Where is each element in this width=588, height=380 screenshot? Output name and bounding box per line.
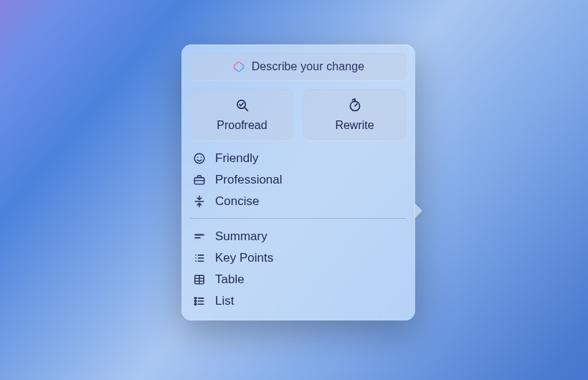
magnifier-check-icon	[234, 98, 250, 113]
tone-label: Professional	[215, 173, 283, 187]
svg-point-4	[194, 153, 204, 163]
describe-change-input[interactable]: Describe your change	[190, 53, 407, 80]
svg-line-3	[355, 104, 357, 106]
format-item-table[interactable]: Table	[190, 269, 407, 290]
format-list: Summary Key Points	[190, 226, 407, 312]
apple-intelligence-icon	[232, 60, 245, 73]
format-label: Key Points	[215, 251, 273, 265]
list-icon	[191, 293, 207, 309]
tone-list: Friendly Professional Concise	[190, 148, 407, 212]
proofread-button[interactable]: Proofread	[190, 89, 294, 141]
svg-point-14	[195, 260, 196, 262]
proofread-label: Proofread	[217, 119, 267, 132]
describe-change-placeholder: Describe your change	[252, 60, 365, 73]
rewrite-icon	[347, 98, 363, 113]
writing-tools-popover: Describe your change Proofread	[181, 44, 415, 320]
svg-line-1	[245, 108, 247, 110]
tone-item-professional[interactable]: Professional	[190, 169, 407, 191]
format-item-list[interactable]: List	[190, 290, 407, 312]
format-item-keypoints[interactable]: Key Points	[190, 247, 407, 269]
svg-point-6	[201, 157, 201, 158]
tone-label: Friendly	[215, 151, 258, 166]
bulleted-list-icon	[191, 250, 207, 266]
svg-point-5	[197, 157, 198, 158]
primary-tools-row: Proofread Rewrite	[190, 89, 407, 141]
format-item-summary[interactable]: Summary	[190, 226, 407, 247]
format-label: Table	[215, 272, 245, 287]
tone-label: Concise	[215, 194, 259, 209]
svg-point-22	[194, 298, 196, 299]
briefcase-icon	[191, 172, 207, 188]
svg-point-12	[195, 255, 196, 256]
tone-item-concise[interactable]: Concise	[190, 191, 407, 212]
svg-point-13	[195, 257, 196, 259]
table-icon	[191, 272, 207, 288]
format-label: Summary	[215, 229, 267, 244]
tone-item-friendly[interactable]: Friendly	[190, 148, 407, 169]
collapse-icon	[191, 194, 207, 209]
svg-point-24	[194, 303, 196, 305]
smiley-icon	[191, 151, 207, 166]
format-label: List	[215, 294, 234, 308]
rewrite-button[interactable]: Rewrite	[303, 89, 407, 141]
rewrite-label: Rewrite	[335, 119, 374, 132]
divider	[190, 218, 407, 219]
summary-icon	[191, 229, 207, 244]
svg-point-23	[194, 300, 196, 302]
